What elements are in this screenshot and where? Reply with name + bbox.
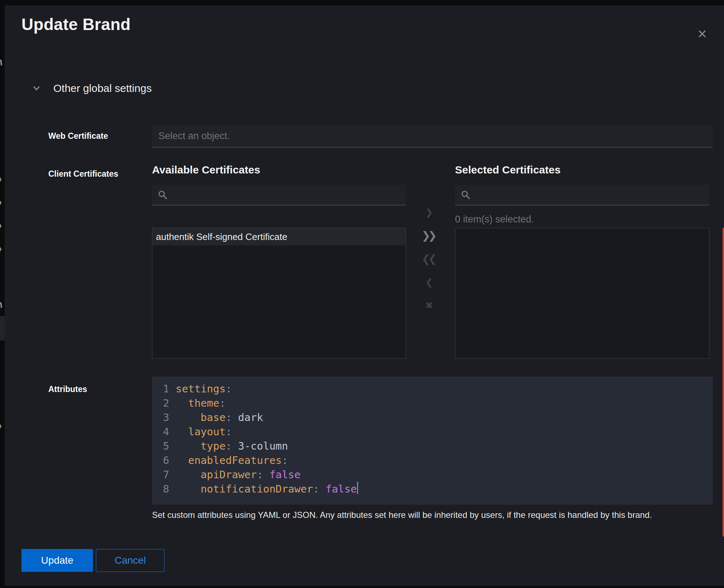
- available-certificates-search: [152, 185, 406, 205]
- line-number: 4: [158, 425, 169, 439]
- chevron-right-icon: ❯: [0, 198, 3, 207]
- available-certificates-list: authentik Self-signed Certificate: [152, 228, 406, 359]
- chevron-right-icon: ❯: [0, 298, 5, 309]
- selected-certificates-list: [455, 228, 709, 359]
- selected-certificates-search-input[interactable]: [455, 185, 709, 205]
- available-certificates-search-input[interactable]: [152, 185, 406, 205]
- chevron-right-icon: ❯: [0, 55, 5, 67]
- code-line: 5 type: 3-column: [158, 439, 713, 453]
- chevron-right-icon: ❯: [0, 421, 3, 430]
- background-page-sliver: ❯ ❯ ❯ ❯ ❯ ❯ ❯: [0, 0, 5, 588]
- sidebar-selected-item-fragment: [0, 316, 5, 340]
- code-line: 3 base: dark: [158, 410, 713, 425]
- chevron-right-icon: ❯: [0, 175, 3, 183]
- line-number: 1: [158, 382, 169, 396]
- line-number: 3: [158, 410, 169, 425]
- text-cursor: [357, 482, 358, 494]
- move-selected-left-button[interactable]: ❮: [425, 274, 433, 290]
- selected-certificates-heading: Selected Certificates: [455, 164, 561, 176]
- cancel-button[interactable]: Cancel: [96, 549, 165, 572]
- chevron-right-icon: ❯: [0, 221, 3, 230]
- move-selected-right-button[interactable]: ❯: [425, 204, 433, 221]
- code-line: 2 theme:: [158, 396, 713, 410]
- line-number: 2: [158, 396, 169, 410]
- chevron-down-icon: [33, 84, 40, 92]
- available-certificates-heading: Available Certificates: [152, 164, 260, 176]
- web-certificate-label: Web Certificate: [48, 131, 108, 141]
- line-number: 8: [158, 482, 169, 496]
- page-title: Update Brand: [21, 15, 131, 34]
- line-number: 5: [158, 439, 169, 453]
- section-label: Other global settings: [53, 82, 152, 94]
- selected-count-status: 0 item(s) selected.: [455, 214, 534, 225]
- attributes-label: Attributes: [48, 384, 87, 394]
- client-certificates-label: Client Certificates: [48, 169, 118, 179]
- list-item[interactable]: authentik Self-signed Certificate: [152, 228, 406, 245]
- code-line: 4 layout:: [158, 425, 713, 439]
- move-all-right-button[interactable]: ❯❯: [421, 227, 437, 244]
- code-line: 1settings:: [158, 382, 713, 396]
- background-red-banner-edge: [723, 228, 724, 536]
- section-toggle-other-global-settings[interactable]: Other global settings: [33, 82, 152, 94]
- update-button[interactable]: Update: [21, 549, 93, 572]
- code-line: 6 enabledFeatures:: [158, 453, 713, 467]
- clear-selection-button[interactable]: ✖: [425, 297, 433, 314]
- web-certificate-select-input[interactable]: [152, 125, 713, 147]
- chevron-right-icon: ❯: [0, 244, 3, 253]
- attributes-code-editor[interactable]: 1settings:2 theme:3 base: dark4 layout:5…: [152, 377, 713, 505]
- transfer-controls: ❯❯❯❮❮❮✖: [412, 204, 447, 320]
- close-icon[interactable]: ✕: [692, 24, 712, 44]
- code-line: 8 notificationDrawer: false: [158, 482, 713, 496]
- line-number: 7: [158, 467, 169, 482]
- move-all-left-button[interactable]: ❮❮: [421, 251, 437, 267]
- update-brand-modal: Update Brand ✕ Other global settings Web…: [5, 5, 724, 586]
- attributes-help-text: Set custom attributes using YAML or JSON…: [152, 510, 713, 520]
- selected-certificates-search: [455, 185, 709, 205]
- code-line: 7 apiDrawer: false: [158, 467, 713, 482]
- line-number: 6: [158, 453, 169, 467]
